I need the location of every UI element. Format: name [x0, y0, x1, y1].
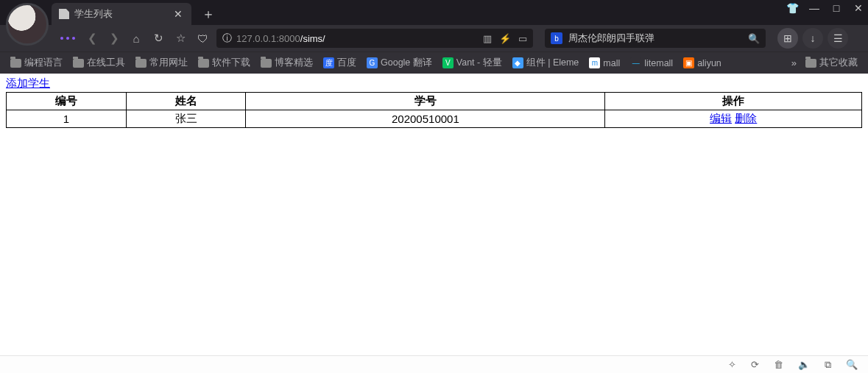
maximize-button[interactable]: □: [831, 3, 841, 13]
bookmark-item[interactable]: 博客精选: [258, 55, 316, 71]
bookmark-item[interactable]: ◆组件 | Eleme: [509, 55, 582, 71]
favicon-icon: V: [442, 57, 454, 68]
bookmark-label: Google 翻译: [381, 57, 432, 69]
col-ops: 操作: [605, 93, 862, 110]
bookmark-item[interactable]: 常用网址: [133, 55, 191, 71]
table-row: 1张三20200510001编辑 删除: [7, 110, 862, 128]
page-content: 添加学生 编号 姓名 学号 操作 1张三20200510001编辑 删除: [0, 74, 868, 355]
folder-icon: [135, 59, 147, 68]
search-input[interactable]: [567, 32, 744, 45]
students-table: 编号 姓名 学号 操作 1张三20200510001编辑 删除: [6, 92, 862, 128]
bookmark-item[interactable]: 度百度: [320, 55, 359, 71]
bookmark-item[interactable]: ▣aliyun: [680, 56, 724, 70]
folder-icon: [73, 59, 84, 68]
bookmark-item[interactable]: VVant - 轻量: [440, 55, 505, 71]
customize-icon[interactable]: 👕: [787, 3, 797, 13]
bookmark-label: aliyun: [697, 58, 721, 68]
favicon-icon: G: [367, 57, 378, 68]
bookmark-item[interactable]: 软件下载: [195, 55, 253, 71]
col-id: 编号: [7, 93, 127, 110]
status-icon-1[interactable]: ✧: [728, 359, 736, 370]
close-tab-button[interactable]: ✕: [172, 8, 184, 20]
edit-link[interactable]: 编辑: [710, 112, 732, 124]
bookmark-label: 软件下载: [212, 57, 250, 69]
status-window-icon[interactable]: ⧉: [825, 359, 831, 371]
url-port: :8000: [276, 33, 300, 44]
new-tab-button[interactable]: ＋: [199, 4, 218, 24]
bookmark-item[interactable]: 在线工具: [70, 55, 128, 71]
folder-icon: [198, 59, 209, 68]
bookmark-label: 在线工具: [87, 57, 125, 69]
url-input[interactable]: ⓘ 127.0.0.1:8000/sims/ ▥ ⚡ ▭: [216, 29, 533, 48]
bookmark-item[interactable]: mmall: [586, 56, 623, 70]
menu-button[interactable]: ☰: [828, 28, 848, 49]
site-info-icon[interactable]: ⓘ: [222, 32, 232, 45]
bookmark-label: 常用网址: [149, 57, 188, 69]
favicon-icon: m: [589, 57, 600, 68]
add-student-link[interactable]: 添加学生: [6, 77, 50, 89]
bookmarks-other-label: 其它收藏: [819, 57, 858, 69]
url-host: 127.0.0.1: [236, 33, 276, 44]
cell-ops: 编辑 删除: [605, 110, 862, 128]
bookmark-item[interactable]: —litemall: [627, 56, 676, 70]
cell-stno: 20200510001: [246, 110, 605, 128]
status-search-icon[interactable]: 🔍: [846, 359, 858, 370]
cell-id: 1: [7, 110, 127, 128]
folder-icon: [261, 59, 272, 68]
bookmark-item[interactable]: GGoogle 翻译: [364, 55, 435, 71]
favicon-icon: 度: [323, 57, 334, 68]
bookmark-label: 百度: [337, 57, 356, 69]
tab-title: 学生列表: [74, 7, 113, 21]
status-sound-icon[interactable]: 🔈: [798, 359, 810, 370]
bookmark-star-button[interactable]: ☆: [172, 30, 188, 46]
status-icon-2[interactable]: ⟳: [751, 359, 759, 370]
window-controls: 👕 — □ ✕: [787, 3, 864, 13]
search-icon[interactable]: 🔍: [748, 33, 760, 44]
status-bar: ✧ ⟳ 🗑 🔈 ⧉ 🔍: [0, 355, 868, 373]
bookmarks-bar: 编程语言在线工具常用网址软件下载博客精选度百度GGoogle 翻译VVant -…: [0, 51, 868, 74]
reader-icon[interactable]: ▭: [518, 33, 527, 44]
favicon-icon: ▣: [683, 57, 694, 68]
status-trash-icon[interactable]: 🗑: [774, 359, 783, 370]
profile-avatar[interactable]: [6, 3, 49, 46]
bookmark-label: Vant - 轻量: [456, 57, 502, 69]
nav-dots-icon[interactable]: [60, 37, 75, 40]
favicon-icon: ◆: [512, 57, 523, 68]
browser-tab[interactable]: 学生列表 ✕: [52, 3, 191, 25]
home-button[interactable]: ⌂: [128, 30, 144, 46]
address-toolbar: ❮ ❯ ⌂ ↻ ☆ 🛡 ⓘ 127.0.0.1:8000/sims/ ▥ ⚡ ▭…: [0, 25, 868, 51]
back-button[interactable]: ❮: [84, 30, 100, 46]
bookmark-label: litemall: [644, 58, 673, 68]
favicon-icon: —: [630, 57, 641, 68]
shield-button[interactable]: 🛡: [194, 30, 211, 46]
forward-button[interactable]: ❯: [106, 30, 122, 46]
bookmark-item[interactable]: 编程语言: [7, 55, 66, 71]
url-path: /sims/: [300, 33, 325, 44]
tab-strip: 学生列表 ✕ ＋ 👕 — □ ✕: [0, 0, 868, 25]
search-box[interactable]: b 🔍: [545, 29, 766, 48]
bookmark-label: 编程语言: [24, 57, 63, 69]
reload-button[interactable]: ↻: [150, 30, 166, 46]
bookmarks-overflow-button[interactable]: »: [791, 57, 797, 68]
apps-grid-button[interactable]: ⊞: [777, 28, 798, 49]
downloads-button[interactable]: ↓: [802, 28, 823, 49]
flash-icon[interactable]: ⚡: [499, 33, 511, 44]
minimize-button[interactable]: —: [809, 3, 819, 13]
folder-icon: [10, 59, 21, 68]
folder-icon: [805, 59, 816, 68]
toolbar-right: ⊞ ↓ ☰: [777, 28, 848, 49]
col-stno: 学号: [246, 93, 605, 110]
bookmark-label: 组件 | Eleme: [526, 57, 579, 69]
file-icon: [59, 9, 69, 19]
table-header-row: 编号 姓名 学号 操作: [7, 93, 862, 110]
bookmark-label: mall: [603, 58, 620, 68]
col-name: 姓名: [126, 93, 246, 110]
bookmark-label: 博客精选: [275, 57, 313, 69]
delete-link[interactable]: 删除: [735, 112, 757, 124]
cell-name: 张三: [126, 110, 246, 128]
close-window-button[interactable]: ✕: [853, 3, 864, 13]
search-engine-icon: b: [551, 32, 562, 44]
qr-icon[interactable]: ▥: [483, 33, 492, 44]
bookmarks-other-folder[interactable]: 其它收藏: [802, 55, 861, 71]
